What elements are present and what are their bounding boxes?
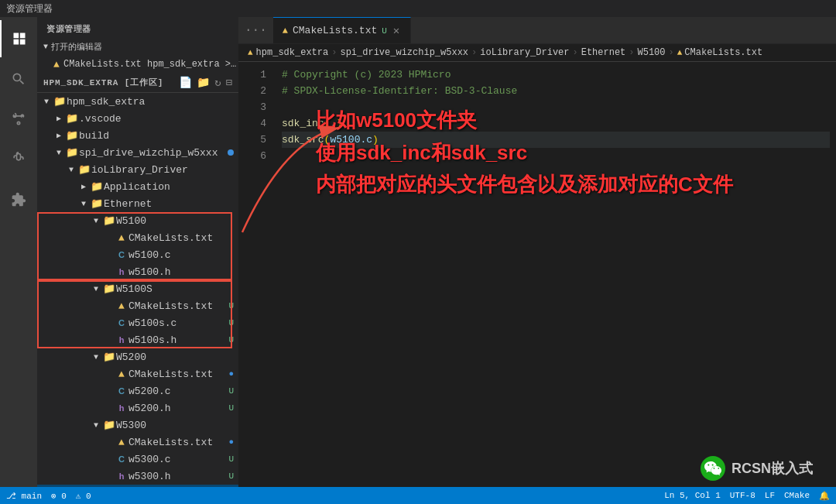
expand-arrow: ▼ — [90, 217, 102, 225]
code-content[interactable]: # Copyright (c) 2023 HPMicro # SPDX-Lice… — [276, 62, 836, 487]
collapse-icon[interactable]: ⊟ — [226, 76, 232, 89]
source-control-activity-icon[interactable] — [0, 101, 37, 138]
debug-activity-icon[interactable] — [0, 141, 37, 178]
badge: U — [228, 471, 234, 481]
tree-item-w5200-cmake[interactable]: ▲ CMakeLists.txt ● — [37, 365, 238, 382]
cmake-tab[interactable]: ▲ CMakeLists.txt U ✕ — [273, 17, 411, 43]
tree-item-hpm-sdk-extra[interactable]: ▼ 📁 hpm_sdk_extra — [37, 93, 238, 110]
tree-item-w5100s[interactable]: ▼ 📁 W5100S — [37, 280, 238, 297]
tree-item-build[interactable]: ▶ 📁 build — [37, 127, 238, 144]
tree-label: W5300 — [116, 420, 238, 431]
breadcrumb-sep: › — [471, 47, 477, 58]
tab-bar: ··· ▲ CMakeLists.txt U ✕ — [238, 17, 836, 44]
tree-item-w5300-h[interactable]: h w5300.h U — [37, 468, 238, 485]
badge: U — [228, 335, 234, 345]
tree-item-w5100[interactable]: ▼ 📁 W5100 — [37, 212, 238, 229]
editor-area: ··· ▲ CMakeLists.txt U ✕ ▲ hpm_sdk_extra… — [238, 17, 836, 487]
open-file-item[interactable]: ▲ CMakeLists.txt hpm_sdk_extra > spi_dri… — [37, 56, 238, 73]
errors-count[interactable]: ⊗ 0 — [51, 491, 67, 501]
w5100-section: ▼ 📁 W5100 ▲ CMakeLists.txt C w5 — [37, 212, 238, 280]
breadcrumb-item-2[interactable]: spi_drive_wizchip_w5xxx — [340, 47, 468, 58]
folder-icon: 📁 — [102, 351, 116, 363]
tree-item-spi-drive[interactable]: ▼ 📁 spi_drive_wizchip_w5xxx — [37, 144, 238, 161]
code-line-4: sdk_inc(.) — [282, 115, 830, 132]
expand-arrow: ▼ — [90, 353, 102, 362]
warnings-count[interactable]: ⚠ 0 — [76, 491, 91, 501]
explorer-activity-icon[interactable] — [0, 20, 37, 57]
tree-item-iolibrary[interactable]: ▼ 📁 ioLibrary_Driver — [37, 161, 238, 178]
workspace-header: HPM_SDK_EXTRA [工作区] 📄 📁 ↻ ⊟ — [37, 73, 238, 93]
breadcrumb-sep: › — [669, 47, 674, 58]
h-file-icon: h — [115, 335, 128, 345]
tree-item-w5300-cmake[interactable]: ▲ CMakeLists.txt ● — [37, 434, 238, 451]
tab-close-button[interactable]: ✕ — [392, 22, 401, 39]
tree-label: Ethernet — [104, 198, 238, 210]
status-right: Ln 5, Col 1 UTF-8 LF CMake 🔔 — [664, 491, 830, 501]
expand-arrow: ▼ — [53, 149, 65, 157]
c-file-icon: C — [115, 454, 128, 464]
tree-label: hpm_sdk_extra — [67, 96, 238, 108]
git-branch[interactable]: ⎇ main — [6, 491, 42, 501]
tree-item-w5100-cmake[interactable]: ▲ CMakeLists.txt — [37, 229, 238, 246]
breadcrumb-item-6[interactable]: ▲ CMakeLists.txt — [677, 47, 762, 58]
status-bar: ⎇ main ⊗ 0 ⚠ 0 Ln 5, Col 1 UTF-8 LF CMak… — [0, 487, 836, 504]
tree-item-w5100s-h[interactable]: h w5100s.h U — [37, 331, 238, 348]
expand-arrow: ▼ — [40, 98, 53, 106]
line-numbers: 1 2 3 4 5 6 — [238, 62, 276, 487]
folder-icon: 📁 — [102, 283, 116, 295]
cmake-icon: ▲ — [115, 232, 128, 244]
new-folder-icon[interactable]: 📁 — [197, 76, 210, 89]
cmake-icon: ▲ — [115, 300, 128, 312]
code-line-6 — [282, 148, 830, 164]
badge: ● — [228, 369, 234, 379]
breadcrumb-item-4[interactable]: Ethernet — [581, 47, 626, 58]
tree-label: CMakeLists.txt — [128, 232, 238, 244]
tree-item-w5100s-cmake[interactable]: ▲ CMakeLists.txt U — [37, 297, 238, 314]
tree-item-w5300-c[interactable]: C w5300.c U — [37, 451, 238, 468]
tree-label: w5100s.h — [128, 334, 228, 346]
expand-arrow: ▶ — [53, 114, 65, 123]
expand-arrow: ▶ — [77, 182, 90, 191]
new-file-icon[interactable]: 📄 — [179, 76, 192, 89]
line-col: Ln 5, Col 1 — [664, 491, 721, 500]
open-editors-section[interactable]: ▼ 打开的编辑器 — [37, 38, 238, 56]
tree-label: CMakeLists.txt — [128, 437, 228, 448]
language: CMake — [784, 491, 810, 500]
tree-label: w5100.h — [128, 266, 238, 278]
tree-item-w5100s-c[interactable]: C w5100s.c U — [37, 314, 238, 331]
tree-item-application[interactable]: ▶ 📁 Application — [37, 178, 238, 195]
tree-label: CMakeLists.txt — [128, 300, 228, 312]
tree-item-w5300[interactable]: ▼ 📁 W5300 — [37, 417, 238, 434]
open-editors-label: 打开的编辑器 — [51, 41, 102, 53]
refresh-icon[interactable]: ↻ — [214, 76, 221, 89]
tree-item-w5100-h[interactable]: h w5100.h — [37, 263, 238, 280]
tree-item-w5500[interactable]: ▼ 📁 W5500 ● — [37, 485, 238, 487]
badge: U — [228, 318, 234, 327]
tree-item-vscode[interactable]: ▶ 📁 .vscode — [37, 110, 238, 127]
badge: U — [228, 454, 234, 464]
folder-icon: 📁 — [90, 197, 104, 210]
extensions-activity-icon[interactable] — [0, 181, 37, 218]
notification-bell[interactable]: 🔔 — [819, 491, 830, 501]
tree-item-ethernet[interactable]: ▼ 📁 Ethernet — [37, 195, 238, 212]
code-editor[interactable]: 1 2 3 4 5 6 # Copyright (c) 2023 HPMicro… — [238, 62, 836, 487]
c-file-icon: C — [115, 386, 128, 396]
breadcrumb: ▲ hpm_sdk_extra › spi_drive_wizchip_w5xx… — [238, 44, 836, 62]
c-file-icon: C — [115, 318, 128, 327]
open-file-label: CMakeLists.txt hpm_sdk_extra > spi_drive… — [63, 59, 238, 70]
breadcrumb-sep: › — [629, 47, 634, 58]
tree-item-w5100-c[interactable]: C w5100.c — [37, 246, 238, 263]
tab-overflow-menu[interactable]: ··· — [238, 17, 273, 43]
cmake-tab-badge: U — [382, 26, 387, 36]
tree-item-w5200-c[interactable]: C w5200.c U — [37, 382, 238, 399]
badge: U — [228, 301, 234, 310]
breadcrumb-item-5[interactable]: W5100 — [638, 47, 666, 58]
folder-icon: 📁 — [65, 129, 79, 142]
tree-item-w5200[interactable]: ▼ 📁 W5200 — [37, 348, 238, 365]
h-file-icon: h — [115, 267, 128, 276]
breadcrumb-item-3[interactable]: ioLibrary_Driver — [480, 47, 569, 58]
search-activity-icon[interactable] — [0, 60, 37, 98]
breadcrumb-item-1[interactable]: hpm_sdk_extra — [256, 47, 329, 58]
tree-item-w5200-h[interactable]: h w5200.h U — [37, 399, 238, 417]
code-line-5: sdk_src(w5100.c) — [282, 132, 830, 148]
